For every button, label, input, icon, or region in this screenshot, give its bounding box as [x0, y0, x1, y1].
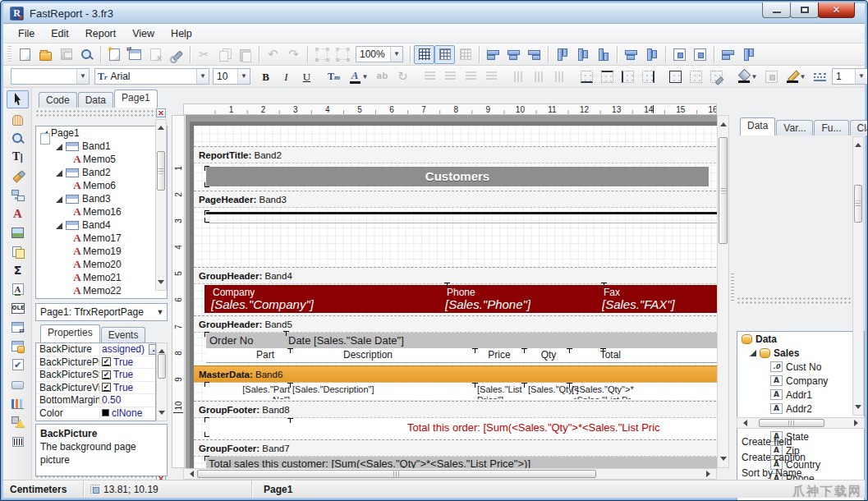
same-width-button[interactable]: [669, 45, 690, 64]
tree-expand-icon[interactable]: [55, 195, 62, 203]
scroll-down-icon[interactable]: [855, 405, 861, 412]
canvas-vertical-scrollbar[interactable]: [717, 115, 729, 468]
scroll-up-icon[interactable]: [720, 119, 727, 126]
restore-button[interactable]: [790, 2, 819, 18]
tab-functions[interactable]: Fu...: [814, 120, 848, 136]
menu-item[interactable]: File: [10, 26, 43, 41]
tree-expand-icon[interactable]: [55, 143, 62, 150]
report-tree-item[interactable]: Band4: [36, 218, 167, 232]
format-painter-tool[interactable]: [7, 167, 29, 185]
line-style-button[interactable]: [810, 67, 830, 86]
tab-code[interactable]: Code: [39, 92, 77, 108]
align-lefts-button[interactable]: [483, 45, 503, 64]
fit-to-grid-button[interactable]: [455, 45, 475, 64]
tab-events[interactable]: Events: [101, 327, 146, 342]
property-value[interactable]: assigned)…: [100, 343, 155, 355]
page-settings-button[interactable]: [166, 45, 186, 64]
band-header-groupheader4[interactable]: GroupHeader Band4: [194, 267, 717, 284]
text-align-center-button[interactable]: [440, 67, 461, 86]
scroll-left-icon[interactable]: [186, 471, 194, 477]
data-tree-dataset[interactable]: Sales: [737, 346, 864, 360]
space-horizontally-button[interactable]: [718, 45, 738, 64]
tree-expand-icon[interactable]: [55, 222, 62, 229]
new-report-button[interactable]: [15, 45, 35, 64]
save-report-button[interactable]: [56, 45, 76, 64]
report-tree-item[interactable]: Memo19: [36, 245, 167, 258]
option-row[interactable]: Create caption: [737, 449, 865, 465]
memo-data-row[interactable]: [Sales."Part No"] [Sales."Description"] …: [206, 383, 717, 399]
open-report-button[interactable]: [35, 45, 56, 64]
rotate-button[interactable]: ↻: [393, 67, 413, 86]
bold-button[interactable]: B: [255, 67, 276, 86]
workspace[interactable]: ReportTitle Band2 Customers PageHeader B…: [186, 115, 717, 468]
report-tree-item[interactable]: Memo21: [36, 271, 167, 284]
report-tree-item[interactable]: Memo16: [36, 205, 167, 218]
data-tree-root[interactable]: Data: [737, 332, 864, 346]
font-name-select[interactable]: Tr Arial ▼: [94, 68, 209, 85]
toolbar-grip[interactable]: [7, 46, 11, 62]
band-header-groupfooter8[interactable]: GroupFooter Band8: [194, 401, 717, 418]
text-edit-tool[interactable]: Tꞁ: [7, 148, 29, 166]
band-header-masterdata[interactable]: MasterData Band6: [194, 365, 717, 383]
report-tree-item[interactable]: Band1: [36, 140, 167, 153]
close-button[interactable]: ✕: [818, 2, 855, 18]
report-page[interactable]: ReportTitle Band2 Customers PageHeader B…: [190, 122, 717, 468]
insert-shape-button[interactable]: [7, 412, 29, 430]
tab-variables[interactable]: Var...: [776, 120, 813, 136]
property-row[interactable]: BackPicturePr True: [36, 356, 155, 370]
align-rights-button[interactable]: [524, 45, 544, 64]
memo-company-label[interactable]: Company: [213, 287, 255, 298]
insert-db-control-button[interactable]: [7, 337, 29, 355]
property-value[interactable]: 0.50: [100, 394, 155, 406]
insert-text-button[interactable]: A: [7, 205, 29, 223]
center-horizontally-button[interactable]: [621, 45, 641, 64]
property-row[interactable]: Color clNone: [36, 407, 155, 421]
scroll-right-icon[interactable]: [854, 420, 861, 426]
minimize-button[interactable]: [762, 2, 791, 18]
show-grid-button[interactable]: [414, 45, 434, 64]
insert-subreport-button[interactable]: [7, 242, 29, 260]
align-to-grid-button[interactable]: [434, 45, 455, 64]
group-button[interactable]: [311, 45, 332, 64]
memo-qty-field[interactable]: [Sales."Qty"]: [528, 384, 567, 395]
valign-top-button[interactable]: [508, 67, 529, 86]
hand-tool[interactable]: [7, 110, 29, 128]
line-color-button[interactable]: ▼: [782, 67, 810, 86]
scroll-down-icon[interactable]: [158, 411, 165, 418]
italic-button[interactable]: I: [276, 67, 296, 86]
tab-page1[interactable]: Page1: [114, 90, 158, 108]
frame-top-button[interactable]: [597, 67, 618, 86]
scroll-down-icon[interactable]: [720, 457, 727, 464]
scroll-up-icon[interactable]: [855, 140, 861, 147]
option-row[interactable]: Sort by Name: [737, 465, 865, 480]
data-tree-scrollbar[interactable]: [852, 136, 864, 416]
inspector-object-select[interactable]: Page1: TfrxReportPage ▼: [35, 303, 168, 321]
insert-panel-button[interactable]: [7, 375, 29, 393]
report-tree-item[interactable]: Band2: [36, 166, 167, 179]
space-vertically-button[interactable]: [738, 45, 759, 64]
memo-company-field[interactable]: [Sales."Company"]: [211, 297, 314, 311]
undo-button[interactable]: ↶: [263, 45, 283, 64]
report-tree-item[interactable]: Memo5: [36, 153, 167, 166]
report-tree-item[interactable]: Memo20: [36, 258, 167, 271]
frame-left-button[interactable]: [618, 67, 638, 86]
menu-item[interactable]: Help: [163, 26, 200, 41]
insert-checkbox-button[interactable]: [7, 356, 29, 374]
tree-expand-icon[interactable]: [55, 169, 62, 177]
column-description[interactable]: Description: [343, 348, 393, 362]
memo-line[interactable]: [206, 212, 717, 214]
data-field-item[interactable]: Company: [737, 374, 864, 388]
same-height-button[interactable]: [690, 45, 710, 64]
column-part[interactable]: Part: [256, 348, 274, 362]
memo-phone-field[interactable]: [Sales."Phone"]: [445, 297, 530, 311]
tree-panel-grip[interactable]: [35, 109, 168, 117]
frame-bottom-button[interactable]: [576, 67, 597, 86]
memo-order-bar[interactable]: Order No Date [Sales."Sale Date"]: [206, 333, 717, 348]
property-value[interactable]: True: [100, 356, 155, 368]
line-width-select[interactable]: 1 ▼: [832, 68, 868, 85]
report-tree-item[interactable]: Memo22: [36, 284, 167, 297]
valign-center-button[interactable]: [529, 67, 549, 86]
column-qty[interactable]: Qty: [541, 348, 557, 362]
option-row[interactable]: Create field: [737, 434, 865, 449]
text-rotation-button[interactable]: ab: [372, 67, 393, 86]
